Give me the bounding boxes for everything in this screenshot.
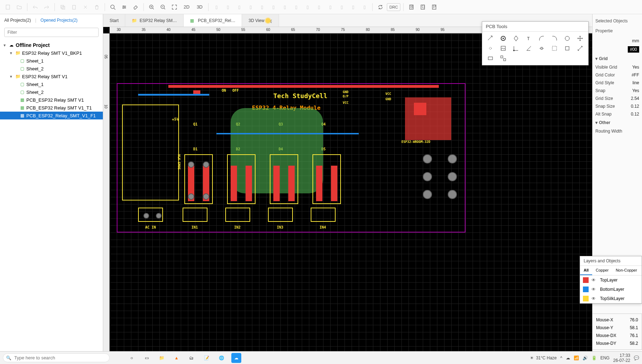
prop-value[interactable]: Yes (632, 65, 639, 70)
delete-icon[interactable] (92, 2, 102, 12)
volume-icon[interactable]: 🔊 (583, 355, 588, 360)
circle-tool-icon[interactable] (561, 34, 573, 43)
taskbar-search-input[interactable] (14, 355, 106, 360)
export-gerber-icon[interactable]: G (418, 2, 428, 12)
doc-tab-pcb[interactable]: ▦PCB_ESP32_Rel… (184, 14, 242, 27)
group-icon[interactable]: ▯ (348, 2, 358, 12)
tree-item[interactable]: ▢Sheet_1 (0, 80, 103, 88)
align-top-icon[interactable]: ▯ (246, 2, 256, 12)
refresh-icon[interactable] (375, 2, 385, 12)
distribute-h-icon[interactable]: ▯ (280, 2, 290, 12)
export-bom-icon[interactable]: B (406, 2, 416, 12)
explorer-icon[interactable]: 📁 (157, 353, 167, 363)
color-value[interactable]: #00 (628, 46, 639, 53)
text-tool-icon[interactable]: T (523, 34, 535, 43)
export-pick-icon[interactable]: P (429, 2, 439, 12)
layer-row[interactable]: 👁BottomLayer (580, 285, 642, 294)
distribute-v-icon[interactable]: ▯ (291, 2, 301, 12)
tray-chevron-icon[interactable]: ^ (560, 355, 562, 360)
eye-icon[interactable]: 👁 (591, 278, 597, 283)
tree-item-selected[interactable]: ▦PCB_ESP32_Relay_SMT_V1_F1 (0, 112, 103, 119)
align-bottom-icon[interactable]: ▯ (268, 2, 278, 12)
cut-icon[interactable] (80, 2, 90, 12)
ungroup-icon[interactable]: ▯ (359, 2, 369, 12)
undo-icon[interactable] (30, 2, 40, 12)
align-right-icon[interactable]: ▯ (234, 2, 244, 12)
view-2d-button[interactable]: 2D (181, 3, 193, 11)
all-projects-tab[interactable]: All Projects(2) (4, 18, 31, 23)
protractor-tool-icon[interactable] (523, 44, 535, 53)
notepad-icon[interactable]: 📝 (201, 353, 211, 363)
clock-date[interactable]: 26-07-22 (613, 358, 630, 363)
layer-row[interactable]: 👁TopSilkLayer (580, 294, 642, 303)
vlc-icon[interactable]: ▲ (172, 353, 181, 363)
tree-item[interactable]: ▦PCB_ESP32 Relay SMT V1_T1 (0, 104, 103, 112)
align-grid-icon[interactable]: ▯ (302, 2, 312, 12)
wifi-icon[interactable]: 📶 (574, 355, 579, 360)
layer-tab-noncopper[interactable]: Non-Copper (612, 266, 641, 275)
eye-icon[interactable]: 👁 (591, 287, 597, 292)
tree-item[interactable]: ▼📁ESP32 Relay SMT V1 (0, 73, 103, 80)
task-view-icon[interactable]: ▭ (142, 353, 152, 363)
flip-v-icon[interactable]: ▯ (325, 2, 335, 12)
rotate-icon[interactable]: ▯ (337, 2, 347, 12)
redo-icon[interactable] (42, 2, 52, 12)
align-left-icon[interactable]: ▯ (211, 2, 221, 12)
zoom-in-icon[interactable] (147, 2, 157, 12)
layers-panel[interactable]: Layers and Objects All Copper Non-Copper… (580, 256, 642, 304)
prop-value[interactable]: Yes (632, 88, 639, 93)
search-icon[interactable] (108, 2, 118, 12)
copper-area-icon[interactable] (548, 44, 561, 53)
battery-icon[interactable]: 🔋 (591, 355, 597, 360)
grid-section[interactable]: ▾Grid (595, 54, 639, 63)
connect-pad-icon[interactable] (536, 44, 548, 53)
doc-tab-project[interactable]: 📁ESP32 Relay SM… (125, 14, 184, 27)
solid-region-icon[interactable] (561, 44, 573, 53)
zoom-out-icon[interactable] (158, 2, 168, 12)
copy-icon[interactable] (58, 2, 68, 12)
tree-item[interactable]: ▢Sheet_1 (0, 57, 103, 65)
filter-input[interactable] (4, 28, 99, 37)
eraser-icon[interactable] (131, 2, 141, 12)
image-tool-icon[interactable] (497, 44, 509, 53)
drc-button[interactable]: DRC (387, 3, 400, 11)
canvas-origin-icon[interactable] (510, 44, 522, 53)
tree-item[interactable]: ▢Sheet_2 (0, 65, 103, 73)
prop-value[interactable]: 2.54 (631, 96, 639, 101)
clock-time[interactable]: 17:33 (613, 353, 630, 358)
move-tool-icon[interactable] (574, 34, 586, 43)
opened-projects-tab[interactable]: Opened Projects(2) (41, 18, 78, 23)
files-icon[interactable]: 🗂 (186, 353, 196, 363)
zoom-fit-icon[interactable] (169, 2, 179, 12)
layer-tab-copper[interactable]: Copper (592, 266, 612, 275)
doc-tab-start[interactable]: Start (103, 14, 125, 27)
group-tool-icon[interactable] (497, 54, 509, 63)
prop-value[interactable]: line (632, 80, 639, 85)
tree-item[interactable]: ▢Sheet_2 (0, 88, 103, 96)
pad-tool-icon[interactable] (497, 34, 509, 43)
prop-value[interactable]: 0.12 (631, 104, 639, 109)
tree-root[interactable]: ▼ ☁ Offline Project (0, 41, 103, 49)
notification-icon[interactable]: 💬 (634, 355, 639, 360)
eye-icon[interactable]: 👁 (591, 296, 597, 301)
pcb-tools-panel[interactable]: PCB Tools T (482, 21, 589, 65)
paste-icon[interactable] (69, 2, 79, 12)
align-center-icon[interactable]: ▯ (223, 2, 233, 12)
prop-value[interactable]: #FF (632, 73, 639, 77)
rect-tool-icon[interactable] (484, 54, 496, 63)
cloud-app-icon[interactable]: ☁ (231, 353, 241, 363)
layer-row[interactable]: 👁TopLayer (580, 275, 642, 285)
open-icon[interactable] (14, 2, 24, 12)
cortana-icon[interactable]: ○ (127, 353, 137, 363)
doc-tab-3dview[interactable]: 3D View↖× (242, 14, 279, 27)
tree-item[interactable]: ▼📁ESP32 Relay SMT V1_BKP1 (0, 49, 103, 57)
align-middle-icon[interactable]: ▯ (257, 2, 267, 12)
view-3d-button[interactable]: 3D (194, 3, 206, 11)
settings-icon[interactable] (119, 2, 129, 12)
flip-h-icon[interactable]: ▯ (314, 2, 324, 12)
chrome-icon[interactable]: 🌐 (216, 353, 226, 363)
via-tool-icon[interactable] (510, 34, 522, 43)
hole-tool-icon[interactable] (484, 44, 496, 53)
layer-tab-all[interactable]: All (580, 266, 592, 275)
weather-widget[interactable]: ☀31°C Haze (530, 355, 557, 360)
